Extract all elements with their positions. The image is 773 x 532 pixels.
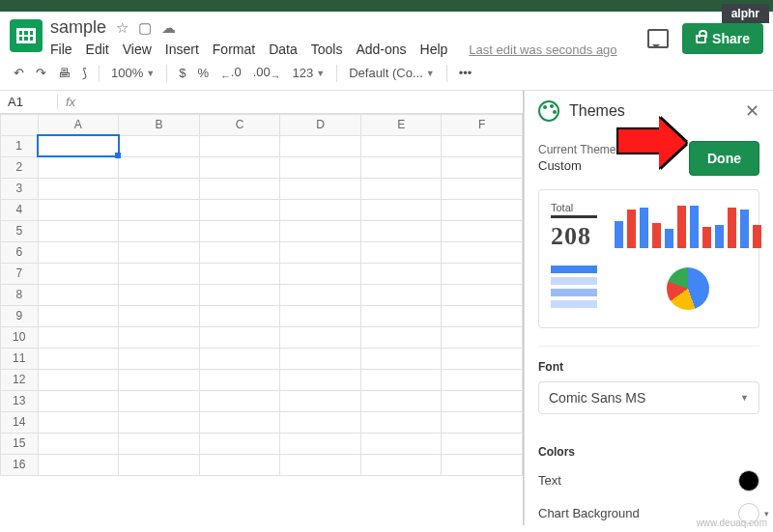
cell[interactable] <box>119 220 200 241</box>
cell[interactable] <box>280 156 361 178</box>
cell[interactable] <box>442 454 523 475</box>
cell[interactable] <box>199 326 280 348</box>
col-header[interactable]: F <box>442 114 523 135</box>
cell[interactable] <box>119 411 200 433</box>
row-header[interactable]: 14 <box>1 411 39 433</box>
cell[interactable] <box>280 263 361 284</box>
cell[interactable] <box>360 454 442 475</box>
cell[interactable] <box>280 178 361 199</box>
row-header[interactable]: 4 <box>1 199 39 220</box>
cell[interactable] <box>38 199 119 220</box>
cell[interactable] <box>442 305 523 326</box>
zoom-select[interactable]: 100%▼ <box>107 64 158 82</box>
menu-data[interactable]: Data <box>269 42 298 57</box>
menu-edit[interactable]: Edit <box>86 42 109 57</box>
menu-addons[interactable]: Add-ons <box>356 42 406 57</box>
percent-button[interactable]: % <box>193 64 213 82</box>
cell[interactable] <box>119 433 200 454</box>
cell-grid[interactable]: ABCDEF12345678910111213141516 <box>0 114 523 525</box>
col-header[interactable]: E <box>360 114 442 135</box>
cell[interactable] <box>199 156 280 178</box>
cell[interactable] <box>442 326 523 348</box>
col-header[interactable]: B <box>119 114 200 135</box>
row-header[interactable]: 1 <box>1 135 39 156</box>
text-color-swatch[interactable]: ▾ <box>738 470 759 491</box>
col-header[interactable]: C <box>199 114 280 135</box>
row-header[interactable]: 10 <box>1 326 39 348</box>
cell[interactable] <box>119 390 200 411</box>
cell[interactable] <box>38 178 119 199</box>
cell[interactable] <box>199 263 280 284</box>
cell[interactable] <box>199 390 280 411</box>
row-header[interactable]: 11 <box>1 348 39 369</box>
cell[interactable] <box>360 390 442 411</box>
menu-insert[interactable]: Insert <box>165 42 199 57</box>
col-header[interactable]: D <box>280 114 361 135</box>
cell[interactable] <box>38 156 119 178</box>
cell[interactable] <box>280 199 361 220</box>
cell[interactable] <box>38 348 119 369</box>
move-icon[interactable]: ▢ <box>138 19 152 37</box>
close-icon[interactable]: ✕ <box>745 100 759 122</box>
font-select[interactable]: Default (Co...▼ <box>345 64 439 82</box>
cell[interactable] <box>119 263 200 284</box>
name-box[interactable]: A1 <box>0 95 58 109</box>
cell[interactable] <box>119 199 200 220</box>
menu-format[interactable]: Format <box>213 42 255 57</box>
print-icon[interactable]: 🖶 <box>54 64 74 82</box>
cell[interactable] <box>360 199 442 220</box>
comments-icon[interactable] <box>647 29 669 48</box>
cell[interactable] <box>119 305 200 326</box>
row-header[interactable]: 2 <box>1 156 39 178</box>
cell[interactable] <box>38 305 119 326</box>
cell[interactable] <box>38 284 119 305</box>
menu-file[interactable]: File <box>50 42 72 57</box>
doc-title[interactable]: sample <box>50 17 106 38</box>
cell[interactable] <box>280 220 361 241</box>
cell[interactable] <box>199 220 280 241</box>
row-header[interactable]: 3 <box>1 178 39 199</box>
cell[interactable] <box>38 454 119 475</box>
more-toolbar-icon[interactable]: ••• <box>455 64 476 82</box>
cell[interactable] <box>442 178 523 199</box>
share-button[interactable]: Share <box>682 23 763 54</box>
cell[interactable] <box>38 390 119 411</box>
font-dropdown[interactable]: Comic Sans MS▼ <box>538 381 759 414</box>
cell[interactable] <box>280 411 361 433</box>
row-header[interactable]: 15 <box>1 433 39 454</box>
cell[interactable] <box>119 156 200 178</box>
sheets-logo[interactable] <box>10 19 43 52</box>
cell[interactable] <box>442 369 523 390</box>
cell[interactable] <box>38 263 119 284</box>
cell[interactable] <box>280 369 361 390</box>
cell[interactable] <box>199 284 280 305</box>
cell[interactable] <box>199 411 280 433</box>
redo-icon[interactable]: ↷ <box>32 64 50 82</box>
cell[interactable] <box>119 326 200 348</box>
cell[interactable] <box>360 411 442 433</box>
cell[interactable] <box>442 241 523 263</box>
cell[interactable] <box>442 220 523 241</box>
row-header[interactable]: 12 <box>1 369 39 390</box>
cell[interactable] <box>38 433 119 454</box>
cell[interactable] <box>199 305 280 326</box>
cell[interactable] <box>199 369 280 390</box>
cell[interactable] <box>360 369 442 390</box>
cell[interactable] <box>38 241 119 263</box>
done-button[interactable]: Done <box>689 141 759 176</box>
cell[interactable] <box>280 135 361 156</box>
cell[interactable] <box>280 326 361 348</box>
cell[interactable] <box>442 390 523 411</box>
cell[interactable] <box>280 454 361 475</box>
cell[interactable] <box>360 433 442 454</box>
cell[interactable] <box>280 348 361 369</box>
cell[interactable] <box>119 284 200 305</box>
undo-icon[interactable]: ↶ <box>10 64 28 82</box>
cell[interactable] <box>119 178 200 199</box>
cell[interactable] <box>199 178 280 199</box>
row-header[interactable]: 16 <box>1 454 39 475</box>
cell[interactable] <box>199 135 280 156</box>
cell[interactable] <box>280 390 361 411</box>
cell[interactable] <box>360 326 442 348</box>
cell[interactable] <box>38 220 119 241</box>
